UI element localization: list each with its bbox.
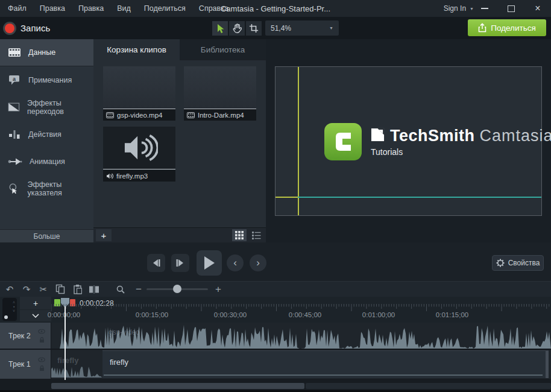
clip-label-gsp-video[interactable]: gsp-video.mp4: [103, 109, 175, 121]
timeline-zoom-button[interactable]: [113, 282, 128, 297]
minimize-button[interactable]: [471, 0, 498, 17]
sign-in-button[interactable]: Sign In ▼: [444, 0, 474, 17]
zoom-level-value: 51,4%: [271, 24, 291, 33]
sidebar-item-cursor-effects[interactable]: Эффекты указателя: [0, 175, 93, 202]
track-lock-icon[interactable]: [39, 337, 45, 343]
track-visibility-icon[interactable]: [38, 358, 45, 362]
maximize-button[interactable]: [498, 0, 524, 17]
video-clip-icon: [106, 112, 114, 118]
track-visibility-icon[interactable]: [38, 329, 45, 334]
preview-canvas[interactable]: TechSmithCamtasia™ Tutorials: [275, 66, 542, 216]
play-button[interactable]: [197, 250, 222, 276]
sidebar-more-button[interactable]: Больше: [0, 229, 93, 242]
track1-name: Трек 1: [8, 360, 31, 368]
sidebar-item-label: Данные: [28, 48, 55, 57]
track1-ghost-clip[interactable]: firefly: [51, 350, 102, 379]
chevron-down-icon: [32, 314, 39, 318]
record-button[interactable]: Запись: [5, 17, 50, 39]
jump-next-button[interactable]: ›: [250, 254, 266, 271]
techsmith-logo-icon: [371, 128, 385, 142]
track1-clip-label: firefly: [110, 358, 128, 367]
behaviors-icon: [8, 129, 21, 140]
track1-clip-edge-handle[interactable]: [546, 351, 549, 378]
canvas-guide-vertical: [298, 67, 299, 215]
sidebar-item-transitions[interactable]: Эффекты переходов: [0, 93, 93, 121]
paste-button[interactable]: [70, 282, 84, 297]
list-view-button[interactable]: [249, 229, 263, 241]
track-height-handle[interactable]: [4, 315, 8, 319]
camtasia-window: Файл Правка Правка Вид Поделиться Справк…: [0, 0, 551, 392]
select-tool-button[interactable]: [212, 21, 228, 36]
menu-file[interactable]: Файл: [1, 0, 33, 17]
canvas-guide-horizontal: [298, 197, 541, 198]
crop-tool-button[interactable]: [246, 21, 262, 36]
clip-label-intro-dark[interactable]: Intro-Dark.mp4: [184, 109, 256, 121]
sidebar-item-media[interactable]: Данные: [0, 39, 93, 66]
sidebar-item-annotations[interactable]: a Примечания: [0, 66, 93, 93]
copy-button[interactable]: [53, 282, 68, 297]
clip-thumbnail-gsp-video[interactable]: [103, 66, 175, 109]
clip-name: firefly.mp3: [116, 172, 148, 180]
track1-clip-firefly[interactable]: firefly: [102, 350, 549, 378]
step-back-button[interactable]: [147, 254, 165, 272]
clip-thumbnail-firefly[interactable]: [103, 127, 175, 169]
sidebar-item-animations[interactable]: Анимация: [0, 148, 93, 175]
redo-button[interactable]: ↷: [19, 282, 34, 297]
window-controls: ×: [471, 0, 551, 17]
chevron-right-icon: ›: [256, 257, 260, 269]
timeline-zoom-slider-handle[interactable]: [173, 285, 181, 293]
audio-clip-icon: [106, 173, 113, 179]
track-height-slider[interactable]: ˄ ● ˅: [2, 298, 17, 321]
add-media-button[interactable]: +: [96, 229, 112, 241]
ruler-label: 0:01:15;00: [436, 311, 468, 318]
clip-label-firefly[interactable]: firefly.mp3: [103, 170, 175, 182]
tab-library[interactable]: Библиотека: [180, 39, 266, 60]
step-back-icon: [151, 259, 161, 267]
chevron-down-icon: ▼: [329, 26, 333, 30]
track-lock-icon[interactable]: [39, 365, 45, 371]
tab-clip-bin[interactable]: Корзина клипов: [93, 39, 180, 60]
record-toolbar: Запись 51,4% ▼: [0, 17, 551, 39]
ruler-label: 0:00:45;00: [289, 311, 321, 318]
share-button[interactable]: Поделиться: [468, 19, 546, 36]
close-button[interactable]: ×: [524, 0, 551, 17]
brand-caption: Tutorials: [371, 147, 551, 157]
camtasia-logo-icon: [324, 122, 362, 161]
grid-view-button[interactable]: [232, 229, 247, 241]
undo-button[interactable]: ↶: [2, 282, 17, 297]
scissors-icon: ✂: [40, 284, 48, 295]
zoom-in-button[interactable]: +: [211, 282, 225, 297]
step-forward-button[interactable]: [171, 254, 189, 272]
menu-edit[interactable]: Правка: [33, 0, 72, 17]
track1-lane[interactable]: firefly firefly: [51, 350, 551, 379]
ruler-label: 0:00:00;00: [48, 311, 80, 318]
clip-bin-footer: +: [93, 227, 266, 242]
split-button[interactable]: [87, 282, 101, 297]
video-clip-icon: [187, 112, 195, 118]
chevron-down-icon: ˅: [13, 309, 15, 313]
zoom-level-dropdown[interactable]: 51,4% ▼: [265, 21, 339, 36]
track2-lane[interactable]: gsp-video: [51, 323, 551, 349]
zoom-out-button[interactable]: −: [131, 282, 146, 297]
timeline-scrollbar-thumb[interactable]: [51, 383, 304, 389]
cut-button[interactable]: ✂: [36, 282, 51, 297]
properties-label: Свойства: [508, 259, 540, 267]
grid-view-icon: [235, 231, 244, 239]
menu-share[interactable]: Поделиться: [137, 0, 192, 17]
menu-modify[interactable]: Правка: [72, 0, 110, 17]
pan-tool-button[interactable]: [229, 21, 245, 36]
collapse-tracks-button[interactable]: [20, 310, 51, 321]
playhead-line[interactable]: [65, 306, 66, 380]
window-title: Camtasia - Getting-Started-Pr...: [221, 0, 330, 17]
timeline-scrollbar-track[interactable]: [306, 383, 551, 389]
clip-thumbnail-intro-dark[interactable]: [184, 66, 256, 109]
sidebar-item-behaviors[interactable]: Действия: [0, 121, 93, 148]
menu-view[interactable]: Вид: [110, 0, 137, 17]
add-track-button[interactable]: +: [20, 297, 51, 309]
timeline-ruler[interactable]: ˄ ● ˅ + 0:00:02:28 0:00:00;00 0:00:15;00…: [0, 297, 551, 323]
share-icon: [478, 23, 486, 33]
properties-button[interactable]: Свойства: [492, 255, 544, 271]
filmstrip-icon: [8, 47, 21, 58]
jump-previous-button[interactable]: ‹: [227, 254, 244, 271]
crop-icon: [249, 24, 259, 33]
